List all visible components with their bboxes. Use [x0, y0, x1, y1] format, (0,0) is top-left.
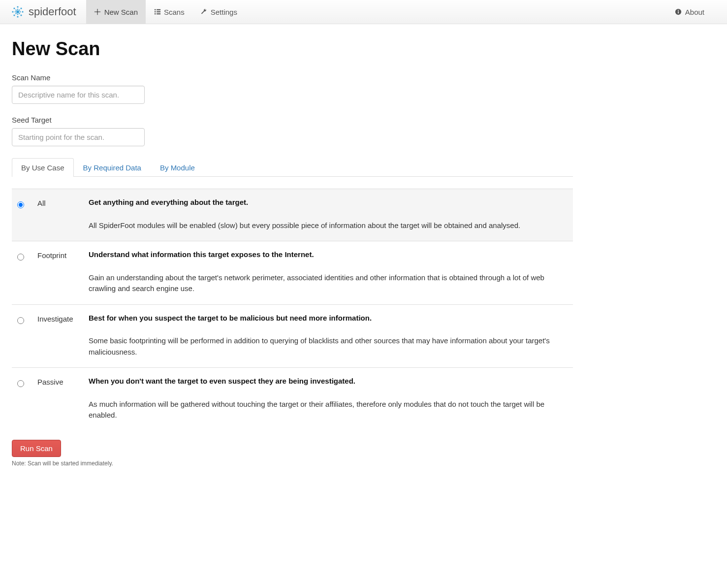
brand[interactable]: spiderfoot: [10, 0, 86, 24]
usecase-desc: Get anything and everything about the ta…: [83, 189, 573, 241]
usecase-long: Some basic footprinting will be performe…: [89, 335, 567, 358]
usecase-short: Best for when you suspect the target to …: [89, 314, 372, 322]
usecase-long: As much information will be gathered wit…: [89, 399, 567, 421]
usecase-name: All: [32, 189, 83, 241]
usecase-row-all[interactable]: AllGet anything and everything about the…: [12, 189, 573, 241]
svg-point-3: [12, 11, 13, 12]
nav-new-scan[interactable]: New Scan: [86, 0, 146, 24]
nav-settings[interactable]: Settings: [192, 0, 245, 24]
nav-items-right: About: [667, 0, 727, 24]
svg-rect-27: [157, 13, 160, 14]
list-icon: [154, 8, 161, 16]
nav-about-label: About: [685, 8, 704, 16]
usecase-row-footprint[interactable]: FootprintUnderstand what information thi…: [12, 241, 573, 305]
usecase-radio-investigate[interactable]: [17, 317, 24, 324]
svg-point-6: [20, 7, 22, 9]
svg-point-5: [13, 7, 15, 9]
tabs: By Use Case By Required Data By Module: [12, 158, 573, 177]
usecase-name: Investigate: [32, 304, 83, 368]
svg-point-13: [15, 9, 16, 10]
svg-rect-23: [157, 9, 160, 10]
svg-point-8: [20, 14, 22, 16]
svg-rect-25: [157, 11, 160, 12]
target-icon: [94, 8, 101, 16]
usecase-radio-all[interactable]: [17, 201, 24, 208]
usecase-radio-passive[interactable]: [17, 380, 24, 387]
seed-target-group: Seed Target: [12, 116, 573, 146]
svg-point-29: [678, 10, 679, 11]
tab-by-required-data[interactable]: By Required Data: [74, 158, 151, 177]
nav-about[interactable]: About: [667, 0, 712, 24]
scan-name-label: Scan Name: [12, 73, 573, 82]
svg-point-14: [19, 9, 20, 10]
usecase-radio-footprint[interactable]: [17, 254, 24, 261]
svg-rect-30: [678, 11, 679, 13]
svg-rect-24: [154, 11, 156, 12]
usecase-table: AllGet anything and everything about the…: [12, 189, 573, 431]
usecase-long: Gain an understanding about the target's…: [89, 272, 567, 294]
svg-point-9: [17, 9, 18, 10]
seed-target-input[interactable]: [12, 128, 145, 146]
run-scan-button[interactable]: Run Scan: [12, 440, 61, 457]
usecase-long: All SpiderFoot modules will be enabled (…: [89, 220, 567, 231]
usecase-row-investigate[interactable]: InvestigateBest for when you suspect the…: [12, 304, 573, 368]
nav-settings-label: Settings: [211, 8, 237, 16]
svg-point-11: [15, 11, 16, 12]
svg-point-2: [17, 16, 18, 17]
run-note: Note: Scan will be started immediately.: [12, 460, 573, 467]
main-container: New Scan Scan Name Seed Target By Use Ca…: [0, 24, 585, 482]
scan-name-input[interactable]: [12, 86, 145, 104]
usecase-row-passive[interactable]: PassiveWhen you don't want the target to…: [12, 368, 573, 431]
usecase-name: Footprint: [32, 241, 83, 305]
navbar: spiderfoot New Scan Scans: [0, 0, 727, 24]
nav-scans-label: Scans: [164, 8, 185, 16]
svg-point-15: [15, 13, 16, 14]
svg-point-1: [17, 6, 18, 7]
svg-point-7: [13, 14, 15, 16]
usecase-short: When you don't want the target to even s…: [89, 377, 355, 385]
nav-items-left: New Scan Scans Settings: [86, 0, 667, 24]
tab-by-module[interactable]: By Module: [151, 158, 204, 177]
info-icon: [675, 8, 682, 16]
nav-scans[interactable]: Scans: [146, 0, 192, 24]
usecase-name: Passive: [32, 368, 83, 431]
tab-by-use-case[interactable]: By Use Case: [12, 158, 74, 177]
svg-rect-26: [154, 13, 156, 14]
usecase-short: Get anything and everything about the ta…: [89, 198, 248, 206]
brand-logo-icon: [10, 4, 26, 20]
usecase-desc: Understand what information this target …: [83, 241, 573, 305]
svg-point-16: [19, 13, 20, 14]
seed-target-label: Seed Target: [12, 116, 573, 124]
svg-point-12: [20, 11, 21, 12]
usecase-desc: Best for when you suspect the target to …: [83, 304, 573, 368]
svg-point-10: [17, 14, 18, 15]
svg-rect-22: [154, 9, 156, 10]
usecase-short: Understand what information this target …: [89, 250, 314, 259]
page-title: New Scan: [12, 38, 573, 60]
nav-new-scan-label: New Scan: [104, 8, 138, 16]
wrench-icon: [200, 8, 208, 16]
brand-text: spiderfoot: [29, 5, 76, 18]
svg-point-21: [97, 11, 98, 12]
usecase-desc: When you don't want the target to even s…: [83, 368, 573, 431]
scan-name-group: Scan Name: [12, 73, 573, 104]
svg-point-0: [16, 10, 19, 13]
svg-point-4: [22, 11, 23, 12]
